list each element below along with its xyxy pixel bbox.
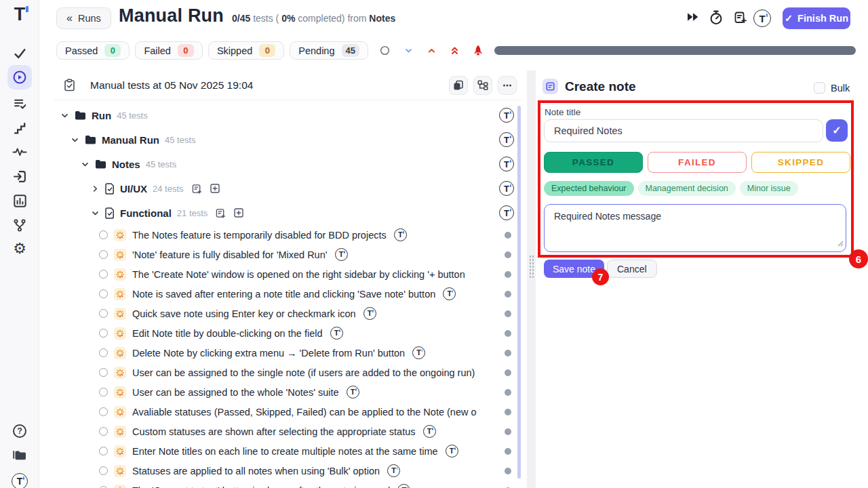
suite-row-manual-run[interactable]: Manual Run45 testsT <box>54 127 522 152</box>
test-row[interactable]: The 'Create Note' window is opened on th… <box>54 264 522 284</box>
suite-row-ui-ux[interactable]: UI/UX24 testsT <box>54 176 522 201</box>
add-test-icon[interactable] <box>234 208 243 218</box>
testomat-logo-icon[interactable]: T <box>446 445 458 458</box>
suite-row-notes[interactable]: Notes45 testsT <box>54 152 522 176</box>
back-to-runs-button[interactable]: « Runs <box>56 7 111 29</box>
testomat-logo-icon[interactable]: T <box>394 228 407 241</box>
rail-item-settings[interactable]: ⚙ <box>0 241 39 256</box>
assignee-dot-icon[interactable] <box>505 291 511 298</box>
filter-chip-skipped[interactable]: Skipped0 <box>208 41 284 60</box>
status-circle-icon[interactable] <box>99 309 108 318</box>
rail-item-checks[interactable] <box>0 46 39 63</box>
add-note-icon[interactable] <box>734 11 747 24</box>
tag-expected-behaviour[interactable]: Expected behaviour <box>544 181 634 196</box>
rail-item-import[interactable] <box>0 169 39 186</box>
rail-item-branches[interactable] <box>0 218 39 235</box>
status-circle-icon[interactable] <box>99 250 108 259</box>
filter-chip-failed[interactable]: Failed0 <box>135 41 203 60</box>
test-row[interactable]: 'Note' feature is fully disabled for 'Mi… <box>54 245 522 264</box>
status-circle-icon[interactable] <box>99 289 108 298</box>
assignee-dot-icon[interactable] <box>505 369 511 376</box>
testomat-logo-icon[interactable]: T <box>363 307 376 320</box>
testomat-logo-icon[interactable]: T <box>397 484 410 488</box>
testomat-logo-icon[interactable]: T <box>387 464 400 477</box>
assignee-dot-icon[interactable] <box>505 468 511 474</box>
suite-row-functional[interactable]: Functional21 testsT <box>54 201 522 225</box>
testomat-logo-icon[interactable]: T <box>423 425 436 438</box>
rail-item-runs[interactable] <box>0 65 39 89</box>
test-row[interactable]: Enter Note titles on each line to create… <box>54 441 522 461</box>
app-logo[interactable]: T <box>0 5 39 24</box>
testomat-logo-icon[interactable]: T <box>499 205 514 220</box>
testomat-logo-icon[interactable]: T <box>412 346 425 359</box>
double-chevron-up-icon[interactable] <box>450 45 459 56</box>
status-passed-button[interactable]: PASSED <box>544 152 643 173</box>
resize-handle[interactable] <box>529 255 534 278</box>
assignee-dot-icon[interactable] <box>505 330 511 337</box>
confirm-note-button[interactable]: ✓ <box>826 119 848 142</box>
test-row[interactable]: Avaliable statuses (Passed, Skipped, Fai… <box>54 402 522 422</box>
status-failed-button[interactable]: FAILED <box>648 152 747 173</box>
rail-item-profile[interactable]: T <box>0 473 39 488</box>
bulk-checkbox[interactable] <box>814 82 825 94</box>
status-circle-icon[interactable] <box>99 230 108 239</box>
test-row[interactable]: Custom statuses are shown after selectin… <box>54 422 522 441</box>
status-circle-icon[interactable] <box>99 388 108 396</box>
tree-view-button[interactable] <box>473 76 492 95</box>
rail-item-projects[interactable] <box>0 449 39 465</box>
tree-scrollbar[interactable] <box>517 106 521 479</box>
chevron-right-icon[interactable] <box>92 185 100 192</box>
suite-row-run[interactable]: Run45 testsT <box>54 103 522 127</box>
testomat-logo-icon[interactable]: T <box>499 108 514 123</box>
copy-button[interactable] <box>449 76 468 95</box>
testomat-logo-icon[interactable]: T <box>443 287 456 300</box>
test-row[interactable]: Edit Note title by double-clicking on th… <box>54 323 522 343</box>
test-row[interactable]: User can be assigned to the whole 'Notes… <box>54 382 522 402</box>
test-row[interactable]: Quick save note using Enter key or check… <box>54 304 522 323</box>
rocket-icon[interactable] <box>473 45 483 56</box>
testomat-logo-icon[interactable]: T <box>499 157 514 171</box>
chevron-down-icon[interactable] <box>81 161 90 168</box>
note-message-textarea[interactable]: Required Notes message <box>544 204 846 252</box>
chevron-up-icon[interactable] <box>427 46 436 55</box>
test-row[interactable]: The 'Convert to test' button is shown af… <box>54 481 522 488</box>
status-skipped-button[interactable]: SKIPPED <box>751 152 850 173</box>
filter-chip-pending[interactable]: Pending45 <box>290 41 368 60</box>
account-logo-button[interactable]: T <box>753 9 771 27</box>
assignee-dot-icon[interactable] <box>505 232 511 239</box>
rail-item-steps[interactable] <box>0 121 39 138</box>
test-row[interactable]: Delete Note by clicking extra menu → 'De… <box>54 343 522 363</box>
tag-minor-issue[interactable]: Minor issue <box>740 181 798 196</box>
rail-item-help[interactable]: ? <box>0 424 39 438</box>
assignee-dot-icon[interactable] <box>505 251 511 258</box>
test-row[interactable]: Statuses are applied to all notes when u… <box>54 461 522 481</box>
cancel-button[interactable]: Cancel <box>607 260 657 278</box>
status-circle-icon[interactable] <box>99 270 108 279</box>
status-circle-icon[interactable] <box>99 329 108 338</box>
add-note-icon[interactable] <box>192 184 202 194</box>
status-circle-icon[interactable] <box>99 407 108 416</box>
status-circle-icon[interactable] <box>99 368 108 377</box>
chevron-down-icon[interactable] <box>61 112 69 119</box>
note-title-input[interactable] <box>544 119 823 142</box>
testomat-logo-icon[interactable]: T <box>499 132 514 147</box>
add-note-icon[interactable] <box>216 208 226 218</box>
test-row[interactable]: User can be assigned to the single note … <box>54 363 522 382</box>
assignee-dot-icon[interactable] <box>505 428 511 435</box>
assignee-dot-icon[interactable] <box>505 310 511 317</box>
testomat-logo-icon[interactable]: T <box>330 327 343 340</box>
chevron-down-icon[interactable] <box>71 136 79 144</box>
test-row[interactable]: The Notes feature is temporarily disable… <box>54 225 522 245</box>
add-test-icon[interactable] <box>210 184 220 193</box>
bulk-toggle[interactable]: Bulk <box>814 82 850 94</box>
testomat-logo-icon[interactable]: T <box>347 386 359 399</box>
more-options-button[interactable] <box>498 76 517 95</box>
untested-circle-icon[interactable] <box>380 45 390 56</box>
status-circle-icon[interactable] <box>99 447 108 455</box>
rail-item-test-plans[interactable] <box>0 96 39 113</box>
chevron-down-icon[interactable] <box>92 209 100 217</box>
filter-chip-passed[interactable]: Passed0 <box>56 41 130 60</box>
stopwatch-icon[interactable] <box>709 9 724 25</box>
chevron-down-icon[interactable] <box>404 46 413 55</box>
finish-run-button[interactable]: ✓ Finish Run <box>783 7 850 29</box>
